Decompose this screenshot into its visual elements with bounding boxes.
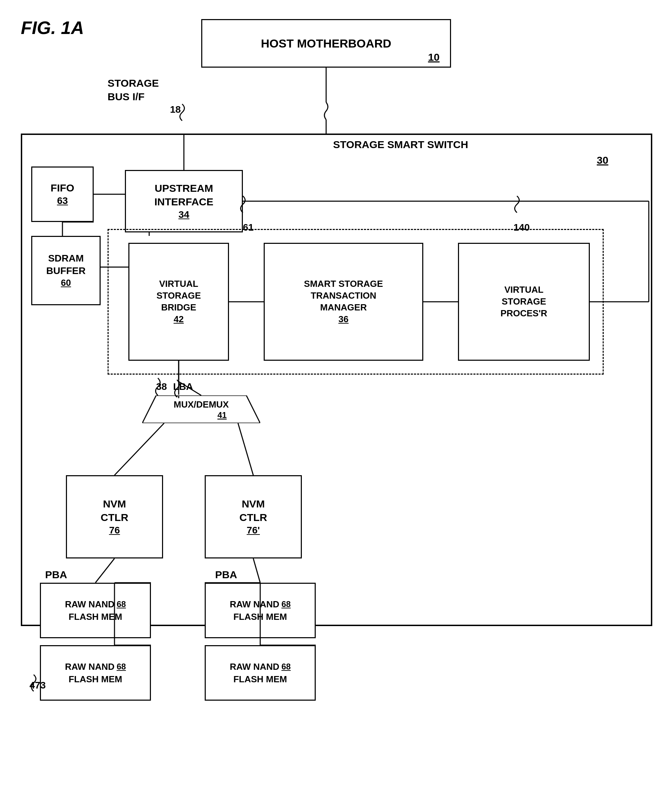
svg-text:41: 41 xyxy=(218,410,227,420)
ref-473: 473 xyxy=(29,680,46,691)
svg-text:MUX/DEMUX: MUX/DEMUX xyxy=(174,399,229,410)
virtual-storage-bridge-box: VIRTUAL STORAGE BRIDGE 42 xyxy=(128,243,229,361)
storage-bus-label: STORAGEBUS I/F xyxy=(107,76,159,103)
pba-right-label: PBA xyxy=(215,569,237,580)
nvm-ctlr-right-box: NVM CTLR 76' xyxy=(205,475,302,558)
raw-nand-4-box: RAW NAND 68 FLASH MEM xyxy=(205,645,316,701)
host-motherboard-box: HOST MOTHERBOARD 10 xyxy=(201,19,451,68)
storage-smart-switch-label: STORAGE SMART SWITCH xyxy=(333,139,468,151)
fifo-box: FIFO 63 xyxy=(31,167,94,222)
ref-30: 30 xyxy=(597,154,608,166)
raw-nand-3-box: RAW NAND 68 FLASH MEM xyxy=(205,583,316,638)
upstream-interface-box: UPSTREAM INTERFACE 34 xyxy=(125,170,243,232)
host-motherboard-ref: 10 xyxy=(428,50,439,64)
host-motherboard-label: HOST MOTHERBOARD xyxy=(261,36,392,51)
ref-18: 18 xyxy=(170,104,181,115)
nvm-ctlr-left-box: NVM CTLR 76 xyxy=(66,475,163,558)
pba-left-label: PBA xyxy=(45,569,67,580)
virtual-storage-processor-box: VIRTUAL STORAGE PROCES'R xyxy=(458,243,590,361)
raw-nand-2-box: RAW NAND 68 FLASH MEM xyxy=(40,645,151,701)
ref-38-lba: 38 LBA xyxy=(156,380,193,393)
diagram-container: FIG. 1A HOST MOTHERBOARD 10 STORAGEBUS I… xyxy=(0,0,671,812)
sdram-buffer-box: SDRAM BUFFER 60 xyxy=(31,236,100,305)
mux-demux-shape: MUX/DEMUX 41 xyxy=(142,395,260,423)
figure-label: FIG. 1A xyxy=(21,17,84,38)
smart-storage-manager-box: SMART STORAGE TRANSACTION MANAGER 36 xyxy=(264,243,423,361)
raw-nand-1-box: RAW NAND 68 FLASH MEM xyxy=(40,583,151,638)
